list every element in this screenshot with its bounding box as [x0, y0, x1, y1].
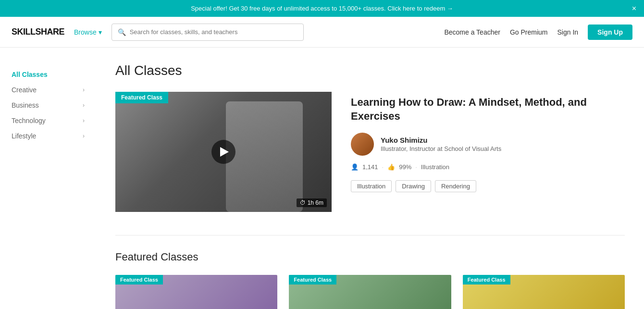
sidebar-label-creative: Creative: [12, 86, 37, 94]
thumbs-up-icon: 👍: [387, 163, 395, 171]
tags-row: Illustration Drawing Rendering: [351, 180, 625, 192]
chevron-icon: ›: [83, 117, 85, 124]
tag-illustration[interactable]: Illustration: [351, 180, 392, 192]
sidebar-item-creative[interactable]: Creative ›: [12, 82, 85, 98]
search-bar: 🔍: [111, 24, 304, 41]
page-title: All Classes: [115, 63, 625, 78]
class-card-2[interactable]: Featured Class: [289, 275, 451, 309]
students-icon: 👤: [351, 163, 359, 171]
teacher-name[interactable]: Yuko Shimizu: [381, 136, 501, 144]
teacher-avatar: [351, 133, 374, 156]
section-divider: [115, 235, 625, 235]
browse-chevron-icon: ▾: [99, 28, 102, 36]
dot-separator-2: ·: [415, 163, 417, 171]
browse-button[interactable]: Browse ▾: [74, 28, 102, 36]
chevron-icon: ›: [83, 102, 85, 109]
sidebar-item-lifestyle[interactable]: Lifestyle ›: [12, 128, 85, 144]
video-thumbnail[interactable]: Featured Class ⏱ 1h 6m: [115, 92, 332, 212]
become-teacher-link[interactable]: Become a Teacher: [444, 28, 500, 36]
tag-rendering[interactable]: Rendering: [435, 180, 476, 192]
play-button[interactable]: [211, 140, 235, 164]
header-nav: Become a Teacher Go Premium Sign In Sign…: [444, 25, 632, 40]
go-premium-link[interactable]: Go Premium: [510, 28, 548, 36]
stats-row: 👤 1,141 · 👍 99% · Illustration: [351, 163, 625, 171]
teacher-title: Illustrator, Instructor at School of Vis…: [381, 145, 501, 152]
class-cards-row: Featured Class Featured Class Featured C…: [115, 275, 625, 309]
logo[interactable]: SKILLSHARE: [12, 27, 64, 37]
sign-up-button[interactable]: Sign Up: [588, 25, 632, 40]
banner-text[interactable]: Special offer! Get 30 free days of unlim…: [191, 5, 453, 12]
sidebar-label-technology: Technology: [12, 117, 46, 124]
card-badge-2: Featured Class: [289, 275, 336, 284]
search-icon: 🔍: [118, 28, 126, 36]
sidebar-item-technology[interactable]: Technology ›: [12, 113, 85, 128]
sign-in-link[interactable]: Sign In: [557, 28, 579, 36]
featured-classes-title: Featured Classes: [115, 251, 625, 263]
class-info: Learning How to Draw: A Mindset, Method,…: [351, 92, 625, 192]
sidebar: All Classes Creative › Business › Techno…: [0, 48, 96, 309]
search-input[interactable]: [130, 28, 297, 36]
teacher-details: Yuko Shimizu Illustrator, Instructor at …: [381, 136, 501, 152]
video-duration: ⏱ 1h 6m: [297, 198, 327, 207]
tag-drawing[interactable]: Drawing: [396, 180, 431, 192]
sidebar-label-all-classes: All Classes: [12, 71, 48, 78]
sidebar-label-business: Business: [12, 101, 39, 109]
header: SKILLSHARE Browse ▾ 🔍 Become a Teacher G…: [0, 17, 644, 48]
class-card-1[interactable]: Featured Class: [115, 275, 277, 309]
duration-text: 1h 6m: [308, 199, 323, 206]
clock-icon: ⏱: [300, 199, 306, 206]
sidebar-item-business[interactable]: Business ›: [12, 98, 85, 113]
browse-label: Browse: [74, 28, 97, 36]
sidebar-item-all-classes[interactable]: All Classes: [12, 67, 85, 82]
banner-close-button[interactable]: ×: [632, 4, 636, 13]
sidebar-label-lifestyle: Lifestyle: [12, 132, 36, 140]
featured-class-card: Featured Class ⏱ 1h 6m Learning How to D…: [115, 92, 625, 212]
teacher-row: Yuko Shimizu Illustrator, Instructor at …: [351, 133, 625, 156]
main-content: All Classes Featured Class ⏱ 1h 6m Learn…: [96, 48, 644, 309]
students-count: 1,141: [362, 163, 378, 171]
featured-badge: Featured Class: [115, 92, 168, 103]
promo-banner: Special offer! Get 30 free days of unlim…: [0, 0, 644, 17]
card-badge-1: Featured Class: [115, 275, 163, 284]
category-label: Illustration: [421, 163, 449, 171]
dot-separator: ·: [382, 163, 384, 171]
card-badge-3: Featured Class: [463, 275, 510, 284]
rating-value: 99%: [399, 163, 411, 171]
class-card-3[interactable]: Featured Class: [463, 275, 625, 309]
main-layout: All Classes Creative › Business › Techno…: [0, 48, 644, 309]
video-background: [115, 92, 332, 212]
chevron-icon: ›: [83, 87, 85, 93]
chevron-icon: ›: [83, 133, 85, 139]
class-title[interactable]: Learning How to Draw: A Mindset, Method,…: [351, 96, 625, 123]
